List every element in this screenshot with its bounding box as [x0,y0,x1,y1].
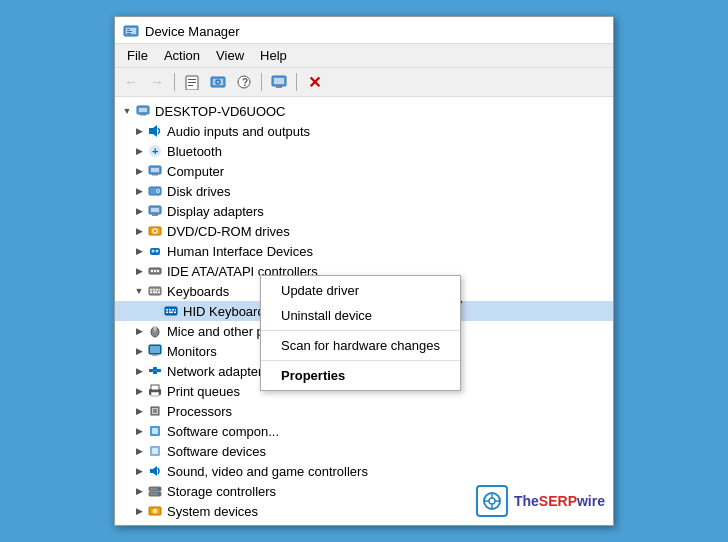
audio-label: Audio inputs and outputs [167,124,310,139]
context-update-driver[interactable]: Update driver [261,278,460,303]
back-button[interactable]: ← [119,71,143,93]
svg-rect-67 [153,367,157,370]
system-icon [147,503,163,519]
keyboards-expand-icon [131,283,147,299]
bluetooth-label: Bluetooth [167,144,222,159]
root-expand-icon [119,103,135,119]
svg-rect-55 [175,309,176,311]
uninstall-toolbar-button[interactable]: ✕ [302,71,326,93]
display-adapter-icon [147,203,163,219]
svg-rect-49 [153,292,157,294]
network-expand-icon [131,363,147,379]
menu-help[interactable]: Help [252,46,295,65]
context-properties[interactable]: Properties [261,363,460,388]
svg-rect-16 [276,86,282,88]
toolbar-separator-3 [296,73,297,91]
context-scan-changes[interactable]: Scan for hardware changes [261,333,460,358]
menu-file[interactable]: File [119,46,156,65]
svg-rect-2 [127,29,130,30]
svg-marker-21 [153,125,157,137]
toolbar-separator-2 [261,73,262,91]
software-dev-expand-icon [131,443,147,459]
svg-rect-26 [152,174,158,176]
context-uninstall-device[interactable]: Uninstall device [261,303,460,328]
tree-audio[interactable]: Audio inputs and outputs [115,121,613,141]
usb-icon [147,523,163,525]
svg-rect-3 [127,31,132,32]
svg-rect-4 [127,33,131,34]
display-toolbar-button[interactable] [267,71,291,93]
svg-point-99 [489,498,495,504]
title-bar: Device Manager [115,17,613,44]
processors-label: Processors [167,404,232,419]
display-label: Display adapters [167,204,264,219]
svg-marker-84 [153,466,157,476]
help-toolbar-button[interactable]: ? [232,71,256,93]
svg-rect-43 [149,287,161,295]
keyboards-label: Keyboards [167,284,229,299]
toolbar: ← → ? [115,68,613,97]
display-expand-icon [131,203,147,219]
svg-rect-56 [166,312,168,314]
computer-label: Computer [167,164,224,179]
processor-icon [147,403,163,419]
svg-rect-7 [188,82,196,83]
tree-disk[interactable]: Disk drives [115,181,613,201]
watermark-logo [476,485,508,517]
svg-rect-65 [152,355,158,356]
storage-label: Storage controllers [167,484,276,499]
tree-root[interactable]: DESKTOP-VD6UOOC [115,101,613,121]
software-dev-icon [147,443,163,459]
software-comp-label: Software compon... [167,424,279,439]
audio-icon [147,123,163,139]
hid-icon [147,243,163,259]
tree-bluetooth[interactable]: + B; Bluetooth [115,141,613,161]
sound-icon [147,463,163,479]
svg-text:+ B;: + B; [152,145,162,157]
window-title: Device Manager [145,24,240,39]
bluetooth-expand-icon [131,143,147,159]
svg-rect-53 [169,309,171,311]
tree-dvd[interactable]: DVD/CD-ROM drives [115,221,613,241]
dvd-icon [147,223,163,239]
network-icon [147,363,163,379]
svg-rect-18 [139,108,147,112]
svg-rect-50 [158,292,160,294]
dvd-expand-icon [131,223,147,239]
watermark-brand: TheSERPwire [514,493,605,509]
disk-expand-icon [131,183,147,199]
ide-expand-icon [131,263,147,279]
tree-display[interactable]: Display adapters [115,201,613,221]
tree-software-comp[interactable]: Software compon... [115,421,613,441]
svg-rect-51 [165,307,177,315]
menu-view[interactable]: View [208,46,252,65]
menu-action[interactable]: Action [156,46,208,65]
properties-toolbar-button[interactable] [180,71,204,93]
svg-rect-41 [154,270,156,272]
tree-processors[interactable]: Processors [115,401,613,421]
print-expand-icon [131,383,147,399]
tree-hid[interactable]: Human Interface Devices [115,241,613,261]
svg-rect-82 [152,448,158,454]
tree-sound[interactable]: Sound, video and game controllers [115,461,613,481]
system-expand-icon [131,503,147,519]
svg-rect-42 [157,270,159,272]
svg-rect-48 [150,292,152,294]
svg-rect-32 [152,214,158,216]
computer-tree-icon [147,163,163,179]
bluetooth-icon: + B; [147,143,163,159]
ide-icon [147,263,163,279]
monitors-label: Monitors [167,344,217,359]
tree-usb[interactable]: Universal Serial Bus controllers [115,521,613,525]
content-area[interactable]: DESKTOP-VD6UOOC Audio inputs and outputs [115,97,613,525]
tree-computer[interactable]: Computer [115,161,613,181]
monitor-icon [147,343,163,359]
svg-point-38 [156,250,159,253]
tree-software-dev[interactable]: Software devices [115,441,613,461]
svg-rect-78 [153,409,157,413]
svg-rect-52 [166,309,168,311]
system-label: System devices [167,504,258,519]
update-toolbar-button[interactable] [206,71,230,93]
forward-button[interactable]: → [145,71,169,93]
svg-rect-25 [151,168,159,172]
